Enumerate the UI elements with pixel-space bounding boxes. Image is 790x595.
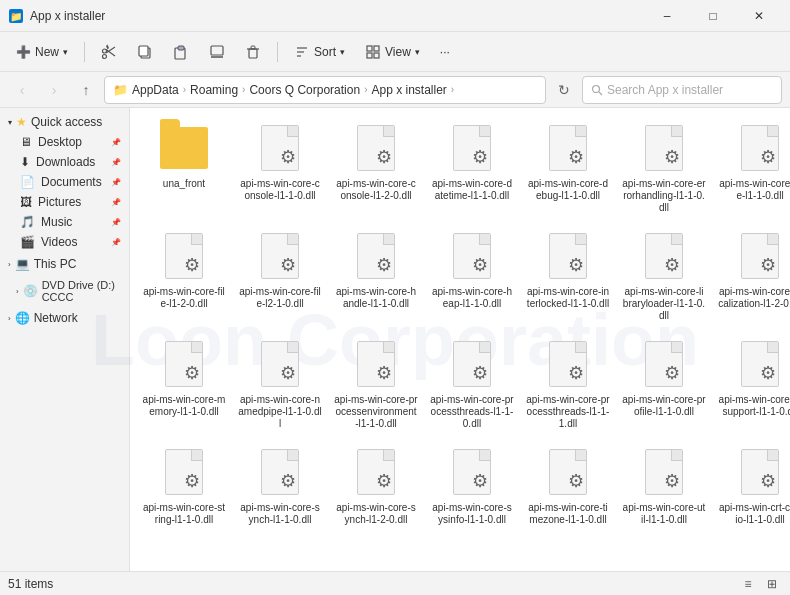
file-item[interactable]: ⚙api-ms-win-core-console-l1-2-0.dll: [330, 116, 422, 220]
new-button[interactable]: ➕ New ▾: [8, 38, 76, 66]
sidebar-item-documents[interactable]: 📄 Documents 📌: [0, 172, 129, 192]
dvd-icon: 💿: [23, 284, 38, 298]
file-item[interactable]: ⚙api-ms-win-core-file-l1-2-0.dll: [138, 224, 230, 328]
file-item[interactable]: ⚙api-ms-win-core-timezone-l1-1-0.dll: [522, 440, 614, 532]
view-icon: [365, 44, 381, 60]
file-icon-wrapper: ⚙: [736, 446, 784, 498]
gear-icon: ⚙: [760, 470, 776, 492]
dll-file-icon: ⚙: [549, 449, 587, 495]
file-item[interactable]: ⚙api-ms-win-core-debug-l1-1-0.dll: [522, 116, 614, 220]
file-item[interactable]: ⚙api-ms-win-core-sysinfo-l1-1-0.dll: [426, 440, 518, 532]
minimize-button[interactable]: –: [644, 0, 690, 32]
music-label: Music: [41, 215, 72, 229]
cut-button[interactable]: [93, 38, 125, 66]
file-item[interactable]: ⚙api-ms-win-core-file-l2-1-0.dll: [234, 224, 326, 328]
list-view-button[interactable]: ≡: [738, 574, 758, 594]
this-pc-section: › 💻 This PC: [0, 254, 129, 274]
gear-icon: ⚙: [664, 146, 680, 168]
svg-rect-20: [367, 53, 372, 58]
paste-button[interactable]: [165, 38, 197, 66]
breadcrumb[interactable]: 📁 AppData › Roaming › Coors Q Corporatio…: [104, 76, 546, 104]
file-name: api-ms-win-core-handle-l1-1-0.dll: [334, 286, 418, 310]
file-item[interactable]: ⚙api-ms-win-core-interlocked-l1-1-0.dll: [522, 224, 614, 328]
file-name: api-ms-win-core-console-l1-1-0.dll: [238, 178, 322, 202]
file-icon-wrapper: ⚙: [352, 230, 400, 282]
file-item[interactable]: ⚙api-ms-win-core-heap-l1-1-0.dll: [426, 224, 518, 328]
sidebar-item-desktop[interactable]: 🖥 Desktop 📌: [0, 132, 129, 152]
file-item[interactable]: ⚙api-ms-win-core-processenvironment-l1-1…: [330, 332, 422, 436]
close-button[interactable]: ✕: [736, 0, 782, 32]
quick-access-header[interactable]: ▾ ★ Quick access: [0, 112, 129, 132]
file-item[interactable]: ⚙api-ms-win-core-rtlsupport-l1-1-0.dll: [714, 332, 790, 436]
maximize-button[interactable]: □: [690, 0, 736, 32]
dvd-header[interactable]: › 💿 DVD Drive (D:) CCCC: [0, 276, 129, 306]
file-item[interactable]: ⚙api-ms-win-core-namedpipe-l1-1-0.dll: [234, 332, 326, 436]
file-item[interactable]: ⚙api-ms-win-core-synch-l1-1-0.dll: [234, 440, 326, 532]
refresh-button[interactable]: ↻: [550, 76, 578, 104]
file-item[interactable]: ⚙api-ms-win-core-localization-l1-2-0.dll: [714, 224, 790, 328]
sidebar-item-music[interactable]: 🎵 Music 📌: [0, 212, 129, 232]
file-item[interactable]: ⚙api-ms-win-core-processthreads-l1-1-1.d…: [522, 332, 614, 436]
dll-file-icon: ⚙: [549, 341, 587, 387]
back-button[interactable]: ‹: [8, 76, 36, 104]
breadcrumb-sep-3: ›: [364, 84, 367, 95]
file-item[interactable]: ⚙api-ms-win-core-datetime-l1-1-0.dll: [426, 116, 518, 220]
network-expand-icon: ›: [8, 314, 11, 323]
svg-rect-14: [251, 46, 255, 49]
delete-button[interactable]: [237, 38, 269, 66]
file-item[interactable]: ⚙api-ms-win-core-handle-l1-1-0.dll: [330, 224, 422, 328]
gear-icon: ⚙: [376, 146, 392, 168]
new-icon: ➕: [16, 45, 31, 59]
downloads-icon: ⬇: [20, 155, 30, 169]
file-item[interactable]: ⚙api-ms-win-core-memory-l1-1-0.dll: [138, 332, 230, 436]
separator-2: [277, 42, 278, 62]
pictures-icon: 🖼: [20, 195, 32, 209]
breadcrumb-part-4: App x installer: [371, 83, 446, 97]
network-section: › 🌐 Network: [0, 308, 129, 328]
file-icon-wrapper: ⚙: [640, 122, 688, 174]
svg-point-3: [103, 54, 107, 58]
status-view-icons: ≡ ⊞: [738, 574, 782, 594]
file-item[interactable]: ⚙api-ms-win-core-processthreads-l1-1-0.d…: [426, 332, 518, 436]
gear-icon: ⚙: [280, 362, 296, 384]
forward-button[interactable]: ›: [40, 76, 68, 104]
dll-file-icon: ⚙: [165, 449, 203, 495]
gear-icon: ⚙: [376, 362, 392, 384]
file-item[interactable]: ⚙api-ms-win-core-libraryloader-l1-1-0.dl…: [618, 224, 710, 328]
quick-access-label: Quick access: [31, 115, 102, 129]
file-item[interactable]: una_front: [138, 116, 230, 220]
file-item[interactable]: ⚙api-ms-win-core-file-l1-1-0.dll: [714, 116, 790, 220]
rename-button[interactable]: [201, 38, 233, 66]
dll-file-icon: ⚙: [645, 341, 683, 387]
network-header[interactable]: › 🌐 Network: [0, 308, 129, 328]
copy-button[interactable]: [129, 38, 161, 66]
quick-access-expand-icon: ▾: [8, 118, 12, 127]
more-button[interactable]: ···: [432, 38, 458, 66]
file-item[interactable]: ⚙api-ms-win-core-console-l1-1-0.dll: [234, 116, 326, 220]
sidebar-item-videos[interactable]: 🎬 Videos 📌: [0, 232, 129, 252]
star-icon: ★: [16, 115, 27, 129]
network-label: Network: [34, 311, 78, 325]
window-title: App x installer: [30, 9, 644, 23]
file-item[interactable]: ⚙api-ms-win-core-errorhandling-l1-1-0.dl…: [618, 116, 710, 220]
view-button[interactable]: View ▾: [357, 38, 428, 66]
gear-icon: ⚙: [472, 470, 488, 492]
this-pc-header[interactable]: › 💻 This PC: [0, 254, 129, 274]
file-item[interactable]: ⚙api-ms-win-core-synch-l1-2-0.dll: [330, 440, 422, 532]
search-bar[interactable]: Search App x installer: [582, 76, 782, 104]
up-button[interactable]: ↑: [72, 76, 100, 104]
pin-icon-6: 📌: [111, 238, 121, 247]
sidebar: ▾ ★ Quick access 🖥 Desktop 📌 ⬇ Downloads…: [0, 108, 130, 571]
sidebar-item-downloads[interactable]: ⬇ Downloads 📌: [0, 152, 129, 172]
music-icon: 🎵: [20, 215, 35, 229]
gear-icon: ⚙: [664, 254, 680, 276]
file-name: api-ms-win-core-util-l1-1-0.dll: [622, 502, 706, 526]
file-item[interactable]: ⚙api-ms-win-crt-conio-l1-1-0.dll: [714, 440, 790, 532]
file-item[interactable]: ⚙api-ms-win-core-profile-l1-1-0.dll: [618, 332, 710, 436]
sort-button[interactable]: Sort ▾: [286, 38, 353, 66]
file-item[interactable]: ⚙api-ms-win-core-util-l1-1-0.dll: [618, 440, 710, 532]
sidebar-item-pictures[interactable]: 🖼 Pictures 📌: [0, 192, 129, 212]
grid-view-button[interactable]: ⊞: [762, 574, 782, 594]
file-name: api-ms-win-core-datetime-l1-1-0.dll: [430, 178, 514, 202]
file-item[interactable]: ⚙api-ms-win-core-string-l1-1-0.dll: [138, 440, 230, 532]
